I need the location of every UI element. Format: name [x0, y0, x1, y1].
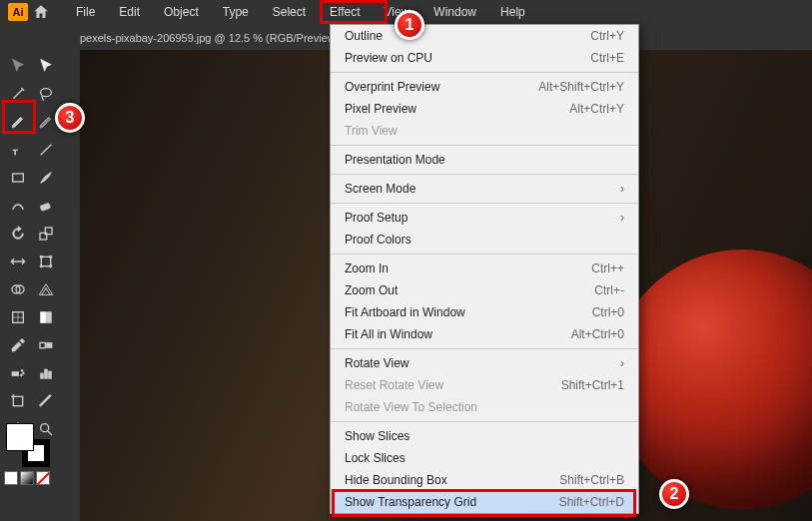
menu-item-zoom-in[interactable]: Zoom InCtrl++ [331, 258, 638, 279]
menu-file[interactable]: File [66, 2, 105, 22]
line-tool-icon[interactable] [33, 137, 59, 163]
svg-rect-18 [41, 312, 46, 323]
mesh-tool-icon[interactable] [5, 304, 31, 330]
menu-item-rotate-view-to-selection: Rotate View To Selection [331, 396, 638, 418]
menu-item-show-transparency-grid[interactable]: Show Transparency GridShift+Ctrl+D [331, 491, 638, 513]
menu-item-show-slices[interactable]: Show Slices [331, 425, 638, 447]
menu-item-pixel-preview[interactable]: Pixel PreviewAlt+Ctrl+Y [331, 98, 638, 120]
column-graph-tool-icon[interactable] [33, 360, 59, 386]
none-color-icon[interactable] [36, 471, 50, 485]
artboard-tool-icon[interactable] [5, 388, 31, 414]
menu-item-hide-bounding-box[interactable]: Hide Bounding BoxShift+Ctrl+B [331, 469, 638, 491]
menu-item-preview-on-cpu[interactable]: Preview on CPUCtrl+E [331, 47, 638, 69]
menu-item-trim-view: Trim View [331, 120, 638, 142]
svg-point-10 [40, 264, 43, 267]
fill-stroke-swatch[interactable] [6, 423, 50, 467]
type-tool-icon[interactable]: T [5, 137, 31, 163]
svg-rect-26 [45, 369, 48, 378]
width-tool-icon[interactable] [5, 249, 31, 274]
menu-item-presentation-mode[interactable]: Presentation Mode [331, 149, 638, 171]
svg-rect-4 [40, 203, 51, 211]
menu-item-reset-rotate-view: Reset Rotate ViewShift+Ctrl+1 [331, 374, 638, 396]
color-swatch-area [2, 419, 58, 485]
free-transform-tool-icon[interactable] [33, 249, 59, 274]
menu-object[interactable]: Object [154, 2, 209, 22]
lasso-tool-icon[interactable] [33, 81, 59, 107]
app-logo: Ai [8, 3, 28, 21]
svg-point-8 [40, 256, 43, 259]
menu-type[interactable]: Type [213, 2, 259, 22]
menubar: File Edit Object Type Select Effect View… [66, 2, 535, 22]
svg-rect-28 [13, 396, 22, 405]
svg-rect-25 [41, 373, 44, 378]
slice-tool-icon[interactable] [33, 388, 59, 414]
svg-rect-19 [40, 342, 45, 347]
menu-item-proof-colors[interactable]: Proof Colors [331, 229, 638, 251]
svg-point-24 [20, 374, 22, 376]
menu-edit[interactable]: Edit [109, 2, 150, 22]
menu-item-fit-all-in-window[interactable]: Fit All in WindowAlt+Ctrl+0 [331, 323, 638, 345]
blend-tool-icon[interactable] [33, 332, 59, 358]
color-mode-row [2, 471, 58, 485]
rectangle-tool-icon[interactable] [5, 165, 31, 191]
eyedropper-tool-icon[interactable] [5, 332, 31, 358]
eraser-tool-icon[interactable] [33, 193, 59, 219]
svg-rect-21 [12, 372, 19, 376]
svg-line-2 [41, 145, 52, 156]
toolbox: T [2, 50, 62, 445]
rotate-tool-icon[interactable] [5, 221, 31, 247]
menu-item-outline[interactable]: OutlineCtrl+Y [331, 25, 638, 47]
home-icon[interactable] [32, 3, 50, 21]
menu-select[interactable]: Select [263, 2, 316, 22]
svg-point-23 [22, 372, 24, 374]
view-menu-dropdown: OutlineCtrl+YPreview on CPUCtrl+EOverpri… [330, 24, 639, 514]
svg-rect-3 [13, 174, 24, 182]
menu-item-zoom-out[interactable]: Zoom OutCtrl+- [331, 279, 638, 301]
menu-help[interactable]: Help [490, 2, 535, 22]
menu-window[interactable]: Window [423, 2, 486, 22]
scale-tool-icon[interactable] [33, 221, 59, 247]
document-tab[interactable]: pexels-pixabay-206959.jpg @ 12.5 % (RGB/… [80, 28, 339, 48]
direct-selection-tool-icon[interactable] [33, 53, 59, 79]
menu-item-fit-artboard-in-window[interactable]: Fit Artboard in WindowCtrl+0 [331, 301, 638, 323]
menu-item-lock-slices[interactable]: Lock Slices [331, 447, 638, 469]
menu-item-rotate-view[interactable]: Rotate View› [331, 352, 638, 374]
svg-rect-20 [47, 342, 52, 347]
callout-1: 1 [395, 10, 424, 40]
magic-wand-tool-icon[interactable] [5, 81, 31, 107]
symbol-sprayer-tool-icon[interactable] [5, 360, 31, 386]
shape-builder-tool-icon[interactable] [5, 276, 31, 302]
menu-item-overprint-preview[interactable]: Overprint PreviewAlt+Shift+Ctrl+Y [331, 76, 638, 98]
svg-point-22 [21, 369, 23, 371]
svg-rect-27 [49, 371, 52, 378]
menu-effect[interactable]: Effect [320, 2, 370, 22]
menu-item-screen-mode[interactable]: Screen Mode› [331, 178, 638, 200]
svg-text:T: T [13, 148, 18, 157]
selection-tool-icon[interactable] [5, 53, 31, 79]
svg-point-0 [41, 89, 52, 97]
svg-point-9 [49, 256, 52, 259]
canvas-image-apple [612, 250, 812, 509]
fill-swatch[interactable] [6, 423, 34, 451]
perspective-grid-tool-icon[interactable] [33, 276, 59, 302]
callout-3: 3 [55, 103, 85, 133]
pen-tool-icon[interactable] [5, 109, 31, 135]
gradient-color-icon[interactable] [20, 471, 34, 485]
paintbrush-tool-icon[interactable] [33, 165, 59, 191]
callout-2: 2 [659, 479, 689, 509]
shaper-tool-icon[interactable] [5, 193, 31, 219]
menu-item-proof-setup[interactable]: Proof Setup› [331, 207, 638, 229]
svg-rect-7 [41, 257, 50, 265]
solid-color-icon[interactable] [4, 471, 18, 485]
svg-point-11 [49, 264, 52, 267]
gradient-tool-icon[interactable] [33, 304, 59, 330]
